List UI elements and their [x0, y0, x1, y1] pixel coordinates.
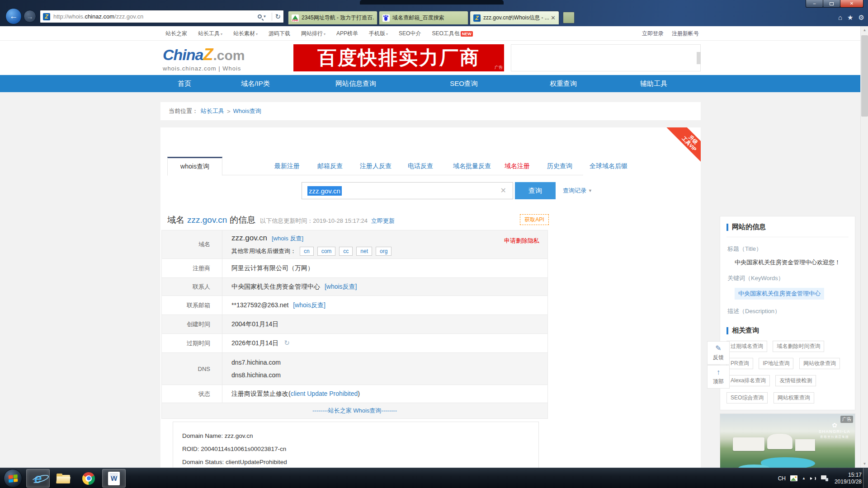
show-desktop-button[interactable]	[863, 468, 868, 488]
vip-ribbon[interactable]: 升级工具VIP	[665, 127, 701, 163]
whois-reverse-link[interactable]: [whois 反查]	[272, 235, 303, 242]
nav-home[interactable]: 首页	[178, 75, 191, 92]
suffix-com-button[interactable]: com	[317, 247, 336, 256]
search-icon[interactable]	[258, 14, 262, 19]
language-indicator[interactable]: CH	[778, 475, 786, 482]
nav-app-list[interactable]: APP榜单	[336, 30, 358, 38]
nav-seo[interactable]: SEO中介	[399, 30, 421, 38]
search-dropdown-icon[interactable]: ▼	[263, 14, 267, 19]
domain-info-title: 域名 zzz.gov.cn 的信息 以下信息更新时间：2019-10-28 15…	[167, 214, 395, 226]
browser-tab-baidu[interactable]: 域名查邮箱_百度搜索	[379, 11, 468, 24]
favorites-star-icon[interactable]: ★	[847, 14, 853, 22]
refresh-expiry-icon[interactable]: ↻	[284, 339, 290, 347]
nav-webmaster-tools[interactable]: 站长工具▾	[198, 30, 222, 38]
breadcrumb-tools-link[interactable]: 站长工具	[201, 107, 224, 115]
nav-aux-tools[interactable]: 辅助工具	[640, 75, 667, 92]
close-button[interactable]: ✕	[840, 0, 863, 8]
link-domain-delete-time[interactable]: 域名删除时间查询	[773, 341, 824, 352]
forward-button[interactable]: →	[24, 10, 36, 23]
browser-tab-2345[interactable]: 2345 2345网址导航 - 致力于打造百...	[288, 11, 377, 24]
tab-domain-register[interactable]: 域名注册	[505, 157, 530, 175]
status-link[interactable]: client Update Prohibited	[291, 390, 358, 397]
browser-tab-whois[interactable]: Z zzz.gov.cn的Whois信息 - ... ✕	[470, 11, 559, 24]
clear-input-icon[interactable]: ✕	[500, 186, 506, 195]
address-bar[interactable]: Z http://whois.chinaz.com/zzz.gov.cn ▼ ↻	[40, 10, 284, 23]
nav-source-download[interactable]: 源码下载	[269, 30, 290, 38]
nav-weight-query[interactable]: 权重查询	[550, 75, 577, 92]
privacy-removal-link[interactable]: 申请删除隐私	[504, 237, 539, 245]
domain-link[interactable]: zzz.gov.cn	[187, 215, 227, 225]
start-button[interactable]	[4, 469, 22, 488]
suffix-cn-button[interactable]: cn	[300, 247, 314, 256]
tab-phone-reverse[interactable]: 电话反查	[408, 157, 433, 175]
query-button[interactable]: 查询	[515, 182, 556, 199]
whois-reverse-link[interactable]: [whois反查]	[293, 301, 326, 309]
back-button[interactable]: ←	[5, 8, 22, 24]
link-ip-query[interactable]: IP地址查询	[759, 358, 793, 369]
suffix-net-button[interactable]: net	[356, 247, 372, 256]
tab-global-suffix[interactable]: 全球域名后缀	[590, 157, 627, 175]
volume-icon[interactable]	[810, 476, 816, 481]
hidden-icons-arrow[interactable]: ▲	[802, 476, 806, 480]
breadcrumb-whois-link[interactable]: Whois查询	[233, 107, 261, 115]
breadcrumb-label: 当前位置：	[169, 107, 198, 115]
taskbar-word-button[interactable]: W	[102, 469, 126, 488]
refresh-icon[interactable]: ↻	[275, 13, 281, 21]
scroll-up-arrow[interactable]: ▲	[861, 26, 868, 34]
tab-newest-registered[interactable]: 最新注册	[274, 157, 300, 175]
minimize-button[interactable]: –	[806, 0, 823, 8]
taskbar-clock[interactable]: 15:17 2019/10/28	[835, 472, 862, 485]
domain-search-input[interactable]: zzz.gov.cn ✕	[302, 182, 513, 199]
table-footer-link[interactable]: --------站长之家 Whois查询--------	[162, 403, 547, 418]
taskbar-chrome-button[interactable]	[77, 469, 100, 488]
update-now-link[interactable]: 立即更新	[371, 217, 395, 225]
keyword-chip[interactable]: 中央国家机关住房资金管理中心	[735, 288, 824, 300]
nav-domain-ip[interactable]: 域名/IP类	[241, 75, 269, 92]
scrollbar-thumb[interactable]	[861, 35, 868, 117]
link-expired-domain[interactable]: 过期域名查询	[726, 341, 767, 352]
back-to-top-button[interactable]: ↑ 顶部	[707, 365, 730, 389]
page-scrollbar[interactable]: ▲ ▼	[860, 26, 868, 468]
link-site-weight[interactable]: 网站权重查询	[774, 392, 814, 404]
get-api-button[interactable]: 获取API	[520, 214, 549, 225]
photo-viewer-tray-icon[interactable]	[790, 475, 797, 481]
link-seo-overview[interactable]: SEO综合查询	[726, 392, 768, 404]
nav-seo-query[interactable]: SEO查询	[450, 75, 478, 92]
link-pr-query[interactable]: PR查询	[726, 358, 753, 369]
breadcrumb-separator: >	[227, 108, 231, 115]
link-alexa-rank[interactable]: Alexa排名查询	[726, 375, 770, 386]
nav-mobile[interactable]: 手机版▾	[369, 30, 388, 38]
feedback-button[interactable]: ✎ 反馈	[707, 341, 730, 365]
nav-site-info-query[interactable]: 网站信息查询	[335, 75, 376, 92]
link-index-query[interactable]: 网站收录查询	[799, 358, 840, 369]
query-history-link[interactable]: 查询记录▼	[563, 182, 592, 199]
tab-whois-query[interactable]: whois查询	[167, 157, 222, 176]
nav-materials[interactable]: 站长素材▾	[233, 30, 258, 38]
settings-gear-icon[interactable]: ⚙	[859, 14, 864, 22]
nav-site-ranking[interactable]: 网站排行▾	[301, 30, 326, 38]
link-friend-links[interactable]: 友情链接检测	[775, 375, 816, 386]
home-icon[interactable]: ⌂	[838, 14, 842, 22]
scroll-down-arrow[interactable]: ▼	[861, 460, 868, 468]
taskbar-ie-button[interactable]: e	[26, 469, 50, 488]
url-text[interactable]: http://whois.chinaz.com/zzz.gov.cn	[53, 13, 258, 20]
new-tab-button[interactable]	[563, 12, 575, 23]
suffix-cc-button[interactable]: cc	[339, 247, 353, 256]
maximize-button[interactable]	[823, 0, 840, 8]
tab-email-reverse[interactable]: 邮箱反查	[317, 157, 343, 175]
tab-registrant-reverse[interactable]: 注册人反查	[360, 157, 392, 175]
whois-reverse-link[interactable]: [whois反查]	[325, 283, 357, 290]
promo-banner[interactable]: 百度快排实力厂商 广告	[293, 44, 504, 71]
network-icon[interactable]	[821, 475, 828, 481]
register-link[interactable]: 注册新帐号	[672, 30, 699, 38]
login-link[interactable]: 立即登录	[642, 30, 664, 38]
tab-close-icon[interactable]: ✕	[551, 14, 556, 21]
tab-history-query[interactable]: 历史查询	[547, 157, 572, 175]
chinaz-logo[interactable]: ChinaZ.com whois.chinaz.com | Whois	[163, 45, 245, 72]
suffix-org-button[interactable]: org	[376, 247, 392, 256]
nav-seo-toolkit[interactable]: SEO工具包NEW	[432, 30, 472, 38]
nav-chinaz-home[interactable]: 站长之家	[165, 30, 187, 38]
hotel-ad[interactable]: ✿ SHANGRI-LA 香格里拉酒店集团 广告 香格里拉圣淘沙度假酒店	[720, 413, 855, 468]
taskbar-explorer-button[interactable]	[52, 469, 75, 488]
tab-batch-reverse[interactable]: 域名批量反查	[453, 157, 491, 175]
